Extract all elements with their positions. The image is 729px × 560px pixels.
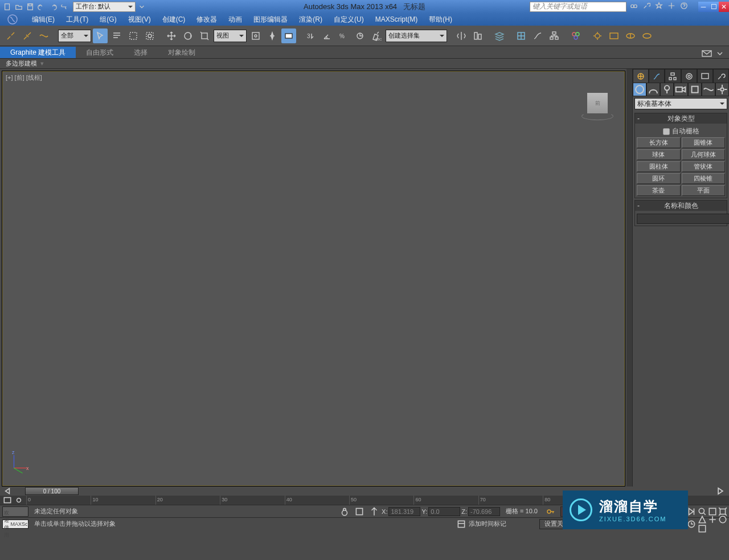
angle-snap-icon[interactable] — [320, 28, 334, 43]
mirror-icon[interactable] — [454, 28, 469, 43]
tab-freeform[interactable]: 自由形式 — [76, 47, 124, 58]
schematic-view-icon[interactable] — [547, 28, 562, 43]
cat-light-icon[interactable] — [660, 83, 674, 96]
render-iterative-icon[interactable] — [640, 28, 654, 43]
tab-selection[interactable]: 选择 — [124, 47, 158, 58]
ribbon-expand-icon[interactable] — [715, 49, 724, 58]
btn-tube[interactable]: 管状体 — [682, 161, 726, 172]
rollout-header-name[interactable]: -名称和颜色 — [635, 201, 727, 211]
trackbar-keymode-icon[interactable] — [14, 496, 24, 504]
scale-icon[interactable] — [197, 28, 212, 43]
menu-maxscript[interactable]: MAXScript(M) — [370, 15, 424, 23]
rect-region-icon[interactable] — [126, 28, 141, 43]
named-selection-dropdown[interactable]: 创建选择集 — [386, 30, 447, 42]
menu-rendering[interactable]: 渲染(R) — [293, 15, 328, 24]
btn-torus[interactable]: 圆环 — [637, 173, 681, 184]
coord-x[interactable]: 181.319 — [388, 507, 420, 516]
menu-view[interactable]: 视图(V) — [122, 15, 157, 24]
menu-create[interactable]: 创建(C) — [157, 15, 191, 24]
material-editor-icon[interactable] — [568, 28, 583, 43]
viewport-front[interactable]: [+] [前] [线框] 前 zx — [2, 71, 625, 487]
geometry-category-dropdown[interactable]: 标准基本体 — [634, 98, 727, 109]
coord-z[interactable]: -70.696 — [468, 507, 500, 516]
app-menu-icon[interactable] — [5, 13, 21, 26]
object-name-input[interactable] — [637, 214, 729, 224]
cat-system-icon[interactable] — [715, 83, 729, 96]
manipulate-icon[interactable] — [265, 28, 280, 43]
cat-spacewarp-icon[interactable] — [702, 83, 715, 96]
menu-graph-editors[interactable]: 图形编辑器 — [248, 15, 293, 24]
bind-spacewarp-icon[interactable] — [36, 28, 51, 43]
rollout-header[interactable]: -对象类型 — [635, 113, 727, 124]
viewport-scrollbar[interactable] — [626, 69, 632, 487]
select-link-icon[interactable] — [3, 28, 18, 43]
pivot-center-icon[interactable] — [248, 28, 263, 43]
cat-shape-icon[interactable] — [646, 83, 660, 96]
ref-coord-dropdown[interactable]: 视图 — [214, 30, 247, 42]
pan-icon[interactable] — [707, 515, 718, 524]
btn-plane[interactable]: 平面 — [682, 185, 726, 196]
tab-motion-icon[interactable] — [681, 69, 697, 83]
snap-3d-icon[interactable]: 3 — [303, 28, 318, 43]
coord-y[interactable]: 0.0 — [428, 507, 460, 516]
time-slider-thumb[interactable]: 0 / 100 — [25, 487, 79, 495]
cat-helper-icon[interactable] — [688, 83, 702, 96]
trackbar-toggle-icon[interactable] — [2, 496, 13, 504]
tab-create-icon[interactable] — [633, 69, 649, 83]
spinner-snap-icon[interactable] — [353, 28, 367, 43]
graphite-toggle-icon[interactable] — [514, 28, 529, 43]
mini-listener-input[interactable]: 欢迎使用 MAXScr — [2, 520, 28, 529]
btn-geosphere[interactable]: 几何球体 — [682, 149, 726, 160]
menu-modifiers[interactable]: 修改器 — [191, 15, 223, 24]
time-tag-icon[interactable] — [454, 517, 469, 532]
rotate-icon[interactable] — [181, 28, 195, 43]
unlink-icon[interactable] — [20, 28, 35, 43]
layer-manager-icon[interactable] — [492, 28, 507, 43]
orbit-icon[interactable] — [718, 515, 728, 524]
tab-display-icon[interactable] — [697, 69, 713, 83]
move-icon[interactable] — [164, 28, 179, 43]
menu-edit[interactable]: 编辑(E) — [26, 15, 60, 24]
rendered-frame-icon[interactable] — [607, 28, 621, 43]
abs-rel-icon[interactable] — [367, 504, 382, 519]
add-time-marker[interactable]: 添加时间标记 — [469, 520, 537, 528]
align-icon[interactable] — [470, 28, 485, 43]
menu-customize[interactable]: 自定义(U) — [328, 15, 370, 24]
menu-animation[interactable]: 动画 — [223, 15, 248, 24]
btn-box[interactable]: 长方体 — [637, 137, 681, 148]
curve-editor-icon[interactable] — [530, 28, 545, 43]
menu-help[interactable]: 帮助(H) — [423, 15, 458, 24]
btn-pyramid[interactable]: 四棱锥 — [682, 173, 726, 184]
key-icon[interactable] — [543, 504, 558, 519]
tab-object-paint[interactable]: 对象绘制 — [158, 47, 206, 58]
tab-hierarchy-icon[interactable] — [665, 69, 681, 83]
menu-tools[interactable]: 工具(T) — [60, 15, 94, 24]
lock-selection-icon[interactable] — [337, 504, 352, 519]
selection-filter-dropdown[interactable]: 全部 — [58, 30, 91, 42]
btn-cylinder[interactable]: 圆柱体 — [637, 161, 681, 172]
autogrid-checkbox[interactable]: 自动栅格 — [637, 125, 725, 137]
render-setup-icon[interactable] — [590, 28, 605, 43]
viewport-label[interactable]: [+] [前] [线框] — [6, 73, 42, 82]
isolate-icon[interactable] — [352, 504, 367, 519]
render-production-icon[interactable] — [623, 28, 638, 43]
percent-snap-icon[interactable]: % — [336, 28, 351, 43]
tab-utilities-icon[interactable] — [713, 69, 729, 83]
cat-geometry-icon[interactable] — [633, 83, 646, 96]
viewcube[interactable]: 前 — [581, 87, 613, 119]
fov-icon[interactable] — [697, 515, 707, 524]
select-by-name-icon[interactable] — [109, 28, 124, 43]
keyboard-shortcut-icon[interactable] — [281, 28, 296, 43]
menu-group[interactable]: 组(G) — [94, 15, 122, 24]
window-crossing-icon[interactable] — [142, 28, 157, 43]
timeslider-left-icon[interactable] — [2, 487, 13, 495]
tab-graphite[interactable]: Graphite 建模工具 — [0, 47, 76, 58]
edit-named-sel-icon[interactable]: ABC — [369, 28, 384, 43]
btn-cone[interactable]: 圆锥体 — [682, 137, 726, 148]
select-object-icon[interactable] — [93, 28, 108, 43]
cat-camera-icon[interactable] — [674, 83, 687, 96]
sub-ribbon[interactable]: 多边形建模▾ — [0, 59, 729, 69]
btn-teapot[interactable]: 茶壶 — [637, 185, 681, 196]
ribbon-mail-icon[interactable] — [701, 49, 713, 58]
max-viewport-icon[interactable] — [697, 524, 707, 533]
